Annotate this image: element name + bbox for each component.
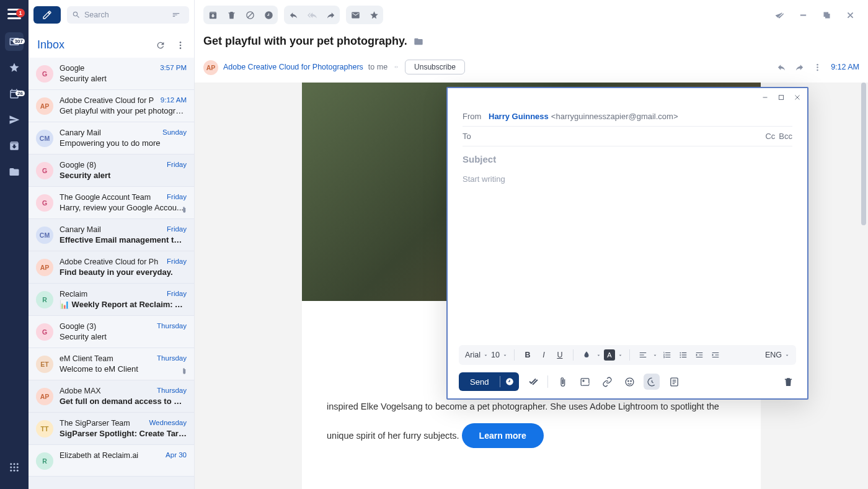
window-maximize[interactable] xyxy=(817,6,836,24)
delete-button[interactable] xyxy=(222,6,241,24)
more-icon[interactable] xyxy=(175,40,185,50)
meta-more-icon[interactable] xyxy=(813,63,822,72)
ol-button[interactable] xyxy=(660,348,674,362)
avatar: ET xyxy=(36,356,53,373)
sent-nav[interactable] xyxy=(5,110,24,129)
message-item[interactable]: CMCanary MailSundayEmpowering you to do … xyxy=(29,122,194,155)
message-item[interactable]: TTThe SigParser TeamWednesdaySigParser S… xyxy=(29,413,194,445)
font-select[interactable]: Arial xyxy=(465,351,489,359)
compose-maximize-icon[interactable] xyxy=(777,94,785,101)
svg-point-1 xyxy=(14,463,16,465)
msg-from: The SigParser Team xyxy=(60,419,130,428)
forward-button[interactable] xyxy=(321,6,340,24)
attachment-icon xyxy=(180,366,188,374)
svg-point-2 xyxy=(17,463,19,465)
image-icon[interactable] xyxy=(577,374,593,390)
compose-to-row[interactable]: To Cc Bcc xyxy=(463,127,792,146)
read-receipt-icon[interactable] xyxy=(525,374,541,390)
underline-button[interactable]: U xyxy=(553,348,567,362)
calendar-count: 26 xyxy=(16,91,25,96)
message-item[interactable]: APAdobe MAXThursdayGet full on demand ac… xyxy=(29,380,194,413)
msg-subject: 📊 Weekly Report at Reclaim: Apr 2... xyxy=(60,300,187,309)
refresh-icon[interactable] xyxy=(156,40,166,50)
template-icon[interactable] xyxy=(666,374,682,390)
message-item[interactable]: ETeM Client TeamThursdayWelcome to eM Cl… xyxy=(29,348,194,380)
link-icon[interactable] xyxy=(599,374,615,390)
apps-button[interactable] xyxy=(5,458,24,477)
send-button[interactable]: Send xyxy=(459,372,519,391)
mark-unread-button[interactable] xyxy=(346,6,365,24)
archive-nav[interactable] xyxy=(5,137,24,155)
compose-from-row: From Harry Guinness <harryguinnesszapier… xyxy=(463,107,792,127)
msg-from: Google (3) xyxy=(60,322,96,331)
unsubscribe-button[interactable]: Unsubscribe xyxy=(405,60,465,74)
meta-forward-icon[interactable] xyxy=(795,63,804,72)
bold-button[interactable]: B xyxy=(521,348,534,362)
scrollbar[interactable] xyxy=(861,83,867,489)
star-button[interactable] xyxy=(365,6,383,24)
compose-body[interactable]: Start writing xyxy=(448,172,807,345)
snooze-button[interactable] xyxy=(259,6,278,24)
schedule-send-icon[interactable] xyxy=(500,377,519,386)
move-folder-icon[interactable] xyxy=(414,37,423,47)
size-select[interactable]: 10 xyxy=(491,351,508,359)
cc-button[interactable]: Cc xyxy=(765,132,775,141)
subject-input[interactable]: Subject xyxy=(463,146,792,172)
menu-button[interactable]: 1 xyxy=(7,9,21,20)
compose-close-icon[interactable] xyxy=(794,94,801,101)
window-close[interactable] xyxy=(841,6,859,24)
emoji-icon[interactable] xyxy=(621,374,637,390)
italic-button[interactable]: I xyxy=(537,348,551,362)
bcc-button[interactable]: Bcc xyxy=(779,132,792,141)
folder-nav[interactable] xyxy=(5,163,24,181)
ul-button[interactable] xyxy=(676,348,690,362)
readall-icon[interactable] xyxy=(770,6,789,24)
msg-time: Friday xyxy=(167,161,187,169)
discard-icon[interactable] xyxy=(780,374,796,390)
indent-button[interactable] xyxy=(709,348,722,362)
msg-subject: Get full on demand access to MAX... xyxy=(60,397,187,406)
starred-nav[interactable] xyxy=(5,58,24,77)
folder-title: Inbox xyxy=(37,38,64,52)
filter-icon[interactable] xyxy=(172,11,180,19)
calendar-nav[interactable]: 26 xyxy=(5,84,24,103)
message-item[interactable]: RReclaimFriday📊 Weekly Report at Reclaim… xyxy=(29,284,194,316)
text-color-button[interactable] xyxy=(580,348,593,362)
compose-minimize-icon[interactable] xyxy=(761,94,769,101)
message-item[interactable]: RElizabeth at Reclaim.aiApr 30 xyxy=(29,445,194,477)
svg-point-8 xyxy=(17,470,19,472)
sender-name[interactable]: Adobe Creative Cloud for Photographers xyxy=(223,63,363,71)
reply-all-button[interactable] xyxy=(303,6,321,24)
compose-window: From Harry Guinness <harryguinnesszapier… xyxy=(446,87,808,400)
signature-icon[interactable] xyxy=(644,374,660,390)
msg-time: Friday xyxy=(167,258,187,266)
attach-icon[interactable] xyxy=(554,374,570,390)
svg-rect-26 xyxy=(682,354,687,355)
window-minimize[interactable] xyxy=(794,6,812,24)
search-icon xyxy=(72,11,81,19)
search-input[interactable]: Search xyxy=(67,6,189,24)
archive-button[interactable] xyxy=(203,6,222,24)
align-button[interactable] xyxy=(636,348,650,362)
message-item[interactable]: GGoogle (3)ThursdaySecurity alert xyxy=(29,316,194,348)
message-item[interactable]: GGoogle3:57 PMSecurity alert xyxy=(29,58,194,90)
message-item[interactable]: APAdobe Creative Cloud for P9:12 AMGet p… xyxy=(29,90,194,122)
compose-button[interactable] xyxy=(33,6,61,24)
avatar: TT xyxy=(36,420,53,437)
msg-from: Adobe Creative Cloud for Ph xyxy=(60,258,158,266)
bg-color-button[interactable]: A xyxy=(604,349,615,361)
language-select[interactable]: ENG xyxy=(765,351,790,359)
spam-button[interactable] xyxy=(241,6,259,24)
meta-reply-icon[interactable] xyxy=(777,63,786,72)
outdent-button[interactable] xyxy=(693,348,706,362)
message-item[interactable]: APAdobe Creative Cloud for PhFridayFind … xyxy=(29,251,194,284)
from-name[interactable]: Harry Guinness xyxy=(489,112,549,121)
learn-more-button[interactable]: Learn more xyxy=(462,423,544,448)
reply-button[interactable] xyxy=(284,6,303,24)
expand-recipients-icon[interactable] xyxy=(392,63,400,71)
message-item[interactable]: GGoogle (8)FridaySecurity alert xyxy=(29,155,194,187)
avatar: G xyxy=(36,194,53,212)
message-item[interactable]: GThe Google Account TeamFridayHarry, rev… xyxy=(29,187,194,219)
message-item[interactable]: CMCanary MailFridayEffective Email manag… xyxy=(29,219,194,251)
inbox-nav[interactable]: 307 xyxy=(5,32,24,51)
